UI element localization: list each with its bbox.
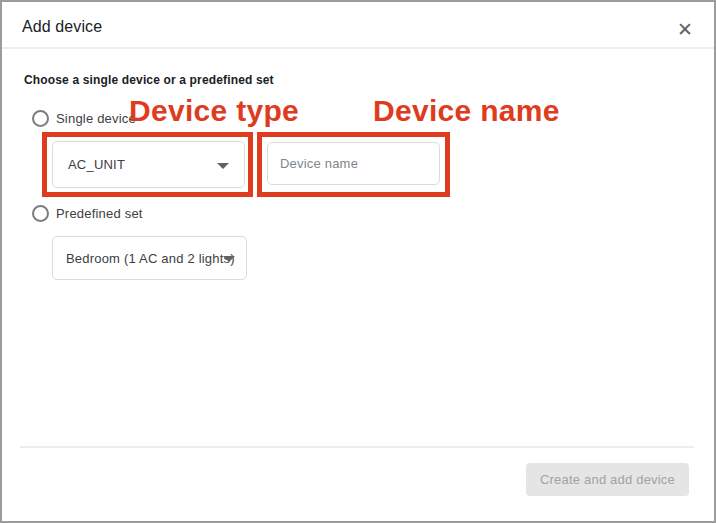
single-device-radio-label[interactable]: Single device: [56, 111, 136, 126]
device-type-selected-value: AC_UNIT: [68, 157, 125, 172]
single-device-radio-row[interactable]: Single device: [32, 110, 136, 127]
dropdown-caret-icon: [223, 256, 235, 262]
predefined-set-radio-row[interactable]: Predefined set: [32, 205, 143, 222]
device-name-input[interactable]: [267, 142, 440, 185]
footer-divider: [20, 446, 694, 448]
predefined-set-selected-value: Bedroom (1 AC and 2 lights): [66, 251, 235, 266]
dropdown-caret-icon: [217, 163, 229, 169]
dialog-title: Add device: [22, 18, 102, 36]
close-icon[interactable]: ✕: [670, 14, 700, 44]
annotation-device-type-label: Device type: [129, 94, 299, 128]
create-and-add-device-button[interactable]: Create and add device: [526, 463, 689, 496]
device-type-select[interactable]: AC_UNIT: [52, 141, 245, 188]
header-divider: [2, 47, 714, 49]
predefined-set-radio-icon[interactable]: [32, 205, 49, 222]
add-device-dialog: Add device ✕ Choose a single device or a…: [0, 0, 716, 523]
single-device-radio-icon[interactable]: [32, 110, 49, 127]
predefined-set-select[interactable]: Bedroom (1 AC and 2 lights): [52, 236, 247, 280]
section-label: Choose a single device or a predefined s…: [24, 73, 274, 87]
annotation-device-name-label: Device name: [373, 94, 560, 128]
predefined-set-radio-label[interactable]: Predefined set: [56, 206, 143, 221]
